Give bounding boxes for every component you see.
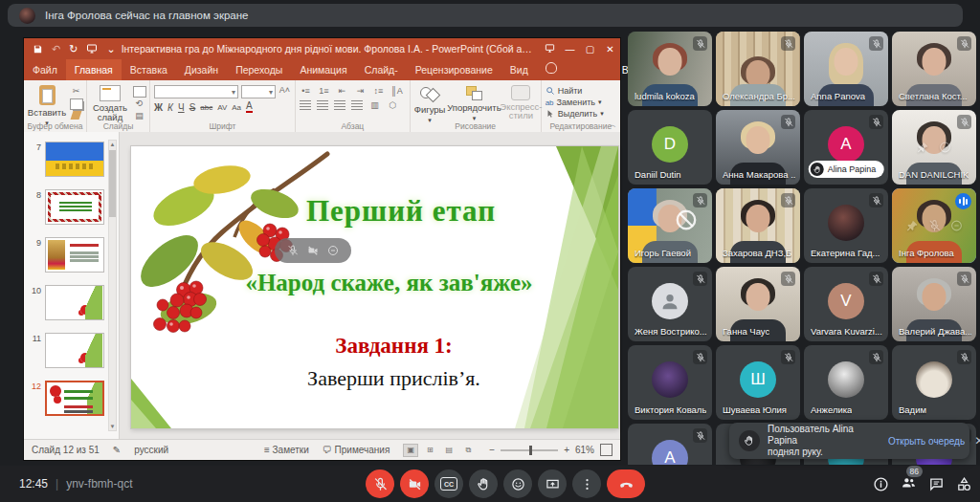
meeting-details-icon[interactable] — [873, 476, 889, 492]
more-options-button[interactable] — [572, 469, 601, 498]
select-button[interactable]: Выделить ▾ — [546, 109, 604, 119]
zoom-in-button[interactable]: + — [564, 445, 569, 455]
participant-tile[interactable]: Ш Шуваева Юлия — [716, 345, 800, 420]
participant-tile[interactable]: Анжелика — [804, 345, 888, 420]
zoom-level[interactable]: 61% — [575, 445, 594, 455]
participant-tile[interactable]: Вадим — [892, 345, 976, 420]
more-icon[interactable] — [950, 220, 963, 232]
tab-view[interactable]: Вид — [501, 59, 537, 80]
redo-icon[interactable]: ↻ — [69, 43, 78, 55]
participant-tile[interactable]: Захарова ДНЗ,Б — [716, 188, 800, 263]
slide-thumbnail-7[interactable]: 7 — [30, 142, 109, 177]
underline-button[interactable]: Ч — [178, 102, 185, 113]
slide-thumbnail-11[interactable]: 11 — [30, 333, 109, 368]
participant-tile[interactable]: Светлана Кост... — [892, 32, 976, 106]
participant-tile[interactable]: Анна Макарова ... — [716, 110, 800, 185]
bullets-icon[interactable]: •≡ — [300, 86, 312, 97]
indent-increase-icon[interactable]: ⇥ — [354, 86, 367, 97]
font-color-button[interactable]: A — [246, 101, 253, 113]
comments-button[interactable]: 🗩 Примечания — [323, 445, 390, 455]
fit-to-window-icon[interactable] — [600, 444, 612, 456]
cut-icon[interactable]: ✂ — [70, 86, 82, 97]
layout-icon[interactable] — [133, 86, 145, 97]
reactions-button[interactable] — [503, 469, 532, 498]
leave-call-button[interactable] — [607, 469, 645, 498]
replace-button[interactable]: abЗаменить ▾ — [546, 98, 604, 107]
participant-tile[interactable]: Ганна Чаус — [716, 267, 800, 341]
new-slide-button[interactable]: Создать слайд — [91, 83, 129, 122]
participant-tile[interactable]: Женя Вострико... — [628, 267, 712, 341]
participant-tile[interactable]: ludmila kokoza — [628, 32, 712, 106]
tab-insert[interactable]: Вставка — [122, 59, 176, 80]
present-button[interactable] — [538, 469, 567, 498]
pin-icon[interactable] — [906, 220, 919, 232]
strikethrough-button[interactable]: abc — [200, 103, 212, 112]
reset-icon[interactable]: ⟲ — [133, 98, 145, 109]
tab-design[interactable]: Дизайн — [176, 59, 227, 80]
tab-animations[interactable]: Анимация — [291, 59, 355, 80]
hand-raised-toast[interactable]: Пользователь Alina Papinaподнял руку. От… — [729, 423, 969, 459]
quick-styles-button[interactable]: Экспресс-стили — [502, 83, 539, 120]
overlay-cam-off-icon[interactable] — [307, 245, 319, 256]
remove-icon[interactable] — [939, 142, 951, 154]
participant-tile[interactable]: A Андрей Павлов — [628, 424, 712, 465]
open-queue-link[interactable]: Открыть очередь — [888, 436, 965, 447]
arrange-button[interactable]: Упорядочить▾ — [449, 83, 499, 122]
language-indicator[interactable]: русский — [134, 445, 168, 455]
grow-font-icon[interactable]: A˄ — [278, 85, 291, 96]
thumbnail-scrollbar[interactable]: ▲▼ — [108, 140, 117, 431]
overlay-mic-off-icon[interactable] — [287, 245, 299, 256]
participant-tile[interactable]: V Varvara Kuvarzi... — [804, 267, 888, 341]
slide-thumbnail-8[interactable]: 8 — [30, 189, 109, 225]
participant-tile[interactable]: D Daniil Dutin — [628, 110, 712, 185]
overlay-minimize-icon[interactable] — [327, 245, 339, 256]
slide-thumbnail-12-selected[interactable]: 12 — [30, 381, 109, 416]
participant-tile-alina-papina[interactable]: A Alina Papina — [804, 110, 888, 185]
slide-thumbnail-10[interactable]: 10 — [30, 285, 109, 320]
tab-review[interactable]: Рецензирование — [407, 59, 501, 80]
chat-panel-icon[interactable] — [928, 476, 945, 492]
participant-tile[interactable]: Игорь Гаевой — [628, 188, 712, 263]
close-button[interactable]: ✕ — [600, 44, 620, 55]
find-button[interactable]: Найти — [546, 86, 604, 96]
text-direction-icon[interactable]: ║A — [390, 86, 403, 97]
font-size-combobox[interactable]: ▾ — [241, 85, 276, 98]
people-panel-button[interactable]: 86 — [901, 474, 917, 494]
font-name-combobox[interactable]: ▾ — [154, 85, 238, 98]
undo-icon[interactable]: ↶ — [52, 43, 60, 55]
screenshare-control-overlay[interactable] — [275, 238, 351, 263]
line-spacing-icon[interactable]: ↕≡ — [372, 86, 385, 97]
tab-file[interactable]: Файл — [24, 59, 66, 80]
notes-button[interactable]: ≡ Заметки — [264, 445, 309, 455]
numbering-icon[interactable]: 1≡ — [318, 86, 330, 97]
spell-check-icon[interactable]: ✎ — [113, 445, 121, 455]
columns-icon[interactable]: ▥ — [368, 100, 381, 111]
tab-assistant[interactable]: Помощник… — [537, 59, 613, 80]
italic-button[interactable]: К — [167, 102, 173, 113]
customize-toolbar-icon[interactable]: ⌄ — [106, 43, 115, 55]
section-icon[interactable]: ▤ — [133, 111, 145, 121]
participant-tile[interactable]: Валерий Джава... — [892, 267, 976, 341]
slide-thumbnail-panel[interactable]: 7 8 9 10 11 12 — [24, 132, 120, 439]
mic-toggle-button[interactable] — [366, 469, 394, 498]
mic-icon[interactable] — [928, 220, 941, 232]
align-right-icon[interactable] — [334, 100, 345, 110]
shapes-button[interactable]: Фигуры▾ — [414, 83, 446, 124]
activities-icon[interactable] — [956, 476, 972, 492]
camera-toggle-button[interactable] — [400, 469, 429, 498]
normal-view-button[interactable]: ▣ — [403, 444, 418, 457]
maximize-button[interactable]: ▢ — [580, 44, 600, 55]
align-center-icon[interactable] — [317, 100, 328, 110]
change-case-button[interactable]: Aa — [232, 103, 241, 112]
copy-icon[interactable] — [70, 98, 82, 109]
character-spacing-button[interactable]: AV — [217, 103, 227, 112]
close-toast-icon[interactable]: ✕ — [974, 434, 980, 447]
participant-tile[interactable]: Виктория Коваль — [628, 345, 712, 420]
participant-tile[interactable]: Екатерина Гад... — [804, 188, 888, 263]
tab-transitions[interactable]: Переходы — [227, 59, 291, 80]
display-settings-icon[interactable] — [540, 43, 560, 55]
zoom-slider[interactable] — [501, 449, 558, 451]
start-slideshow-icon[interactable] — [86, 43, 98, 55]
slide-thumbnail-9[interactable]: 9 — [30, 237, 109, 273]
zoom-out-button[interactable]: − — [489, 445, 495, 455]
